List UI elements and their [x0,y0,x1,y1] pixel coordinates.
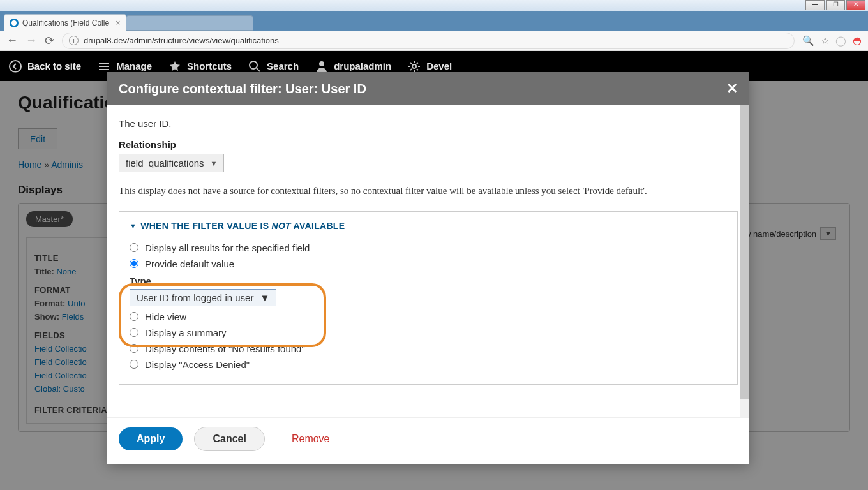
scrollbar-thumb[interactable] [740,105,749,399]
profile-icon[interactable]: ◯ [835,35,846,47]
contextual-filter-modal: Configure contextual filter: User: User … [107,72,749,464]
fieldset-legend[interactable]: ▼ WHEN THE FILTER VALUE IS NOT AVAILABLE [130,221,727,231]
radio-provide-default[interactable]: Provide default value [130,256,727,272]
url-text: drupal8.dev/admin/structure/views/view/q… [84,36,279,45]
type-label: Type [130,276,727,286]
shortcuts-link[interactable]: Shortcuts [168,60,232,73]
window-titlebar: — ☐ ✕ [0,0,868,11]
remove-link[interactable]: Remove [292,433,330,445]
radio-display-summary[interactable]: Display a summary [130,325,727,341]
adblock-icon[interactable]: ◓ [853,34,862,47]
modal-scrollbar[interactable] [740,105,749,417]
user-icon [315,60,328,73]
tab-close-icon[interactable]: × [116,18,121,27]
browser-tab-inactive[interactable] [126,15,253,31]
devel-link[interactable]: Devel [408,60,452,73]
cancel-button[interactable]: Cancel [194,427,264,451]
svg-point-3 [412,64,416,68]
radio-no-results[interactable]: Display contents of "No results found" [130,341,727,357]
bookmark-star-icon[interactable]: ☆ [821,35,829,47]
window-close[interactable]: ✕ [846,0,865,10]
svg-point-2 [319,61,324,66]
browser-tab-title: Qualifications (Field Colle [22,19,109,27]
radio-display-all[interactable]: Display all results for the specified fi… [130,240,727,256]
modal-titlebar: Configure contextual filter: User: User … [107,72,749,105]
modal-footer: Apply Cancel Remove [107,417,749,464]
default-value-type-select[interactable]: User ID from logged in user ▼ [130,289,276,306]
nav-forward-icon[interactable]: → [26,34,37,47]
manage-link[interactable]: Manage [98,60,152,73]
radio-access-denied[interactable]: Display "Access Denied" [130,357,727,373]
svg-point-0 [10,61,21,72]
browser-tab-active[interactable]: Qualifications (Field Colle × [4,14,126,31]
modal-close-icon[interactable]: ✕ [726,80,738,97]
user-link[interactable]: drupaladmin [315,60,391,73]
address-bar[interactable]: i drupal8.dev/admin/structure/views/view… [62,33,795,49]
apply-button[interactable]: Apply [119,427,183,450]
filter-description: The user ID. [119,118,738,129]
chevron-down-icon: ▼ [211,160,218,167]
site-info-icon[interactable]: i [69,36,79,45]
window-minimize[interactable]: — [805,0,825,10]
chevron-down-icon: ▼ [260,292,269,303]
when-not-available-fieldset: ▼ WHEN THE FILTER VALUE IS NOT AVAILABLE… [119,211,738,385]
relationship-select[interactable]: field_qualifications ▼ [119,154,224,172]
gear-icon [408,60,421,73]
collapse-triangle-icon: ▼ [130,222,137,230]
relationship-label: Relationship [119,139,738,150]
window-maximize[interactable]: ☐ [826,0,845,10]
zoom-icon[interactable]: 🔍 [802,35,814,47]
radio-hide-view[interactable]: Hide view [130,309,727,325]
favicon-icon [10,19,19,27]
nav-back-icon[interactable]: ← [6,34,18,47]
star-icon [168,60,181,73]
hamburger-icon [98,60,110,73]
modal-title-text: Configure contextual filter: User: User … [119,82,366,96]
modal-body: The user ID. Relationship field_qualific… [107,105,749,417]
helper-text: This display does not have a source for … [119,184,738,198]
browser-tab-strip: Qualifications (Field Colle × [0,11,868,31]
back-arrow-icon [9,60,22,73]
svg-point-1 [250,61,257,69]
search-link[interactable]: Search [248,60,299,73]
browser-toolbar: ← → ⟳ i drupal8.dev/admin/structure/view… [0,31,868,51]
search-icon [248,60,261,73]
back-to-site-link[interactable]: Back to site [9,60,81,73]
nav-reload-icon[interactable]: ⟳ [45,34,54,48]
